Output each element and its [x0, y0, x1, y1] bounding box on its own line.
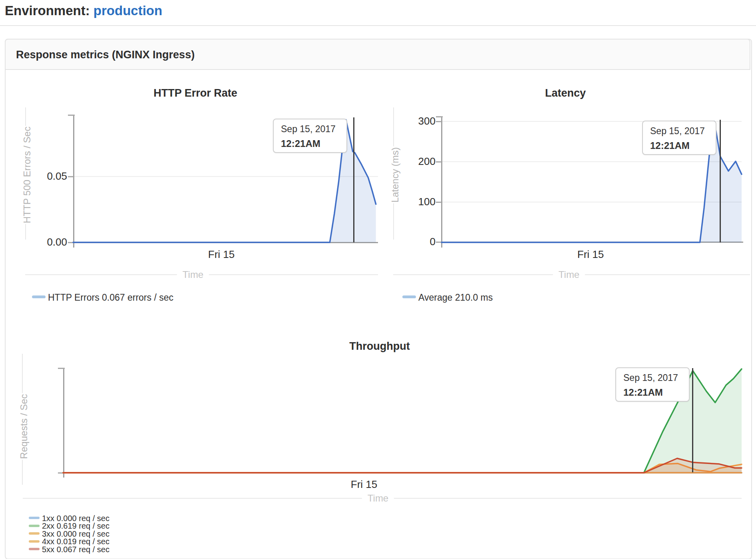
tick — [68, 176, 74, 177]
tooltip-date: Sep 15, 2017 — [281, 124, 336, 135]
crosshair — [353, 117, 354, 242]
tooltip-error-rate: Sep 15, 2017 12:21AM — [273, 119, 347, 153]
tick — [436, 242, 442, 243]
panel-title: Response metrics (NGINX Ingress) — [16, 49, 195, 61]
header-divider — [0, 25, 756, 26]
legend-swatch — [29, 525, 40, 527]
y-axis-label-throughput: Requests / Sec — [14, 393, 34, 460]
y-tick-label: 0.05 — [31, 170, 67, 182]
legend-label: Average 210.0 ms — [418, 292, 493, 303]
legend-label: 5xx 0.067 req / sec — [42, 545, 109, 554]
tooltip-time: 12:21AM — [281, 138, 320, 149]
environment-label: Environment: — [5, 3, 90, 18]
tick — [436, 161, 442, 163]
y-tick-label: 200 — [400, 155, 436, 168]
legend-swatch — [29, 532, 40, 535]
legend-swatch — [29, 517, 40, 519]
tick — [436, 202, 442, 203]
tick — [436, 121, 442, 122]
legend-swatch — [29, 548, 40, 550]
crosshair — [720, 120, 721, 242]
tooltip-date: Sep 15, 2017 — [623, 373, 678, 383]
environment-link[interactable]: production — [94, 3, 162, 18]
x-axis-label-latency: Time — [553, 269, 585, 280]
chart-title-latency: Latency — [545, 87, 586, 99]
y-tick-label: 0.00 — [31, 236, 67, 248]
tooltip-time: 12:21AM — [623, 387, 663, 398]
tooltip-time: 12:21AM — [650, 140, 690, 151]
x-tick-label: Fri 15 — [208, 248, 235, 261]
y-tick-label: 300 — [400, 115, 436, 127]
y-tick-label: 100 — [400, 196, 436, 208]
legend-swatch — [29, 540, 40, 543]
tooltip-throughput: Sep 15, 2017 12:21AM — [615, 367, 690, 402]
chart-title-throughput: Throughput — [349, 340, 410, 353]
x-tick-label: Fri 15 — [577, 248, 604, 261]
environment-header: Environment: production — [5, 3, 162, 18]
chart-title-error-rate: HTTP Error Rate — [153, 87, 237, 99]
x-tick-label: Fri 15 — [351, 478, 377, 491]
x-axis-label-throughput: Time — [362, 493, 394, 504]
y-tick-label: 0 — [400, 236, 436, 248]
tooltip-latency: Sep 15, 2017 12:21AM — [642, 121, 716, 155]
legend-label: HTTP Errors 0.067 errors / sec — [48, 292, 173, 303]
legend-swatch — [32, 295, 46, 298]
legend-swatch — [402, 295, 416, 298]
crosshair — [692, 368, 693, 472]
x-axis-label-error-rate: Time — [177, 269, 209, 280]
tooltip-date: Sep 15, 2017 — [650, 126, 705, 137]
